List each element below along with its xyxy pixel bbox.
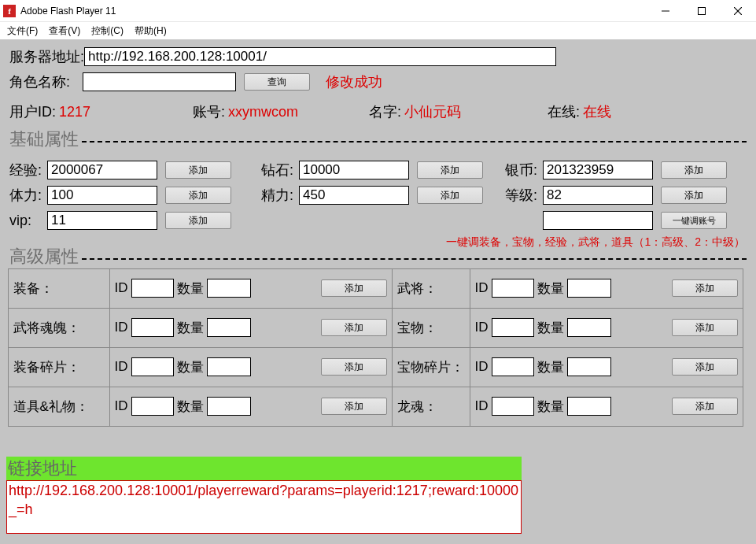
exp-input[interactable] [47, 161, 157, 179]
adv-qty-label: 数量 [177, 398, 204, 416]
adv-item-gift-qty-input[interactable] [207, 397, 251, 416]
adv-qty-label: 数量 [177, 319, 204, 337]
window-title: Adobe Flash Player 11 [20, 6, 116, 17]
exp-add-button[interactable]: 添加 [165, 161, 231, 179]
energy-add-button[interactable]: 添加 [417, 187, 483, 204]
exp-label: 经验: [9, 161, 47, 179]
oneclick-note: 一键调装备，宝物，经验，武将，道具（1：高级、2：中级） [446, 235, 745, 248]
silver-input[interactable] [543, 161, 653, 179]
menu-view[interactable]: 查看(V) [43, 23, 86, 39]
adv-soul-label: 武将魂魄： [8, 308, 110, 348]
query-button[interactable]: 查询 [244, 73, 310, 91]
svg-rect-1 [699, 7, 706, 14]
status-message: 修改成功 [326, 72, 382, 91]
dash-line [82, 141, 747, 142]
adv-id-label: ID [115, 280, 128, 296]
adv-soul-id-input[interactable] [131, 318, 174, 337]
account-value: xxymwcom [228, 104, 298, 120]
adv-general-qty-input[interactable] [567, 279, 611, 298]
adv-item-gift-label: 道具&礼物： [8, 387, 110, 427]
role-name-input[interactable] [83, 72, 236, 91]
diamond-input[interactable] [299, 161, 409, 179]
menu-file[interactable]: 文件(F) [2, 23, 43, 39]
maximize-button[interactable] [684, 0, 720, 22]
oneclick-button[interactable]: 一键调账号 [661, 212, 727, 229]
app-area: 服务器地址: 角色名称: 查询 修改成功 用户ID: 1217 账号: xxym… [0, 39, 756, 544]
adv-id-label: ID [115, 398, 128, 414]
stamina-input[interactable] [47, 186, 157, 205]
adv-treasure-frag-label: 宝物碎片： [392, 347, 470, 387]
silver-label: 银币: [505, 161, 543, 179]
adv-id-label: ID [475, 398, 489, 414]
level-add-button[interactable]: 添加 [661, 187, 727, 204]
adv-soul-qty-input[interactable] [207, 318, 251, 337]
adv-qty-label: 数量 [537, 398, 564, 416]
adv-general-add-button[interactable]: 添加 [672, 279, 738, 297]
adv-general-id-input[interactable] [492, 279, 534, 298]
flash-icon: f [3, 5, 16, 17]
adv-treasure-label: 宝物： [392, 308, 470, 348]
minimize-button[interactable] [647, 0, 684, 22]
adv-treasure-id-input[interactable] [492, 318, 534, 337]
adv-equip-frag-label: 装备碎片： [8, 347, 110, 387]
name-label: 名字: [369, 102, 401, 121]
adv-equip-label: 装备： [8, 268, 110, 309]
vip-label: vip: [9, 213, 47, 229]
oneclick-input[interactable] [543, 211, 653, 230]
stamina-label: 体力: [9, 186, 47, 205]
user-id-label: 用户ID: [9, 102, 56, 121]
adv-qty-label: 数量 [537, 279, 564, 298]
link-url-text: http://192.168.200.128:10001/playerrewar… [6, 480, 522, 534]
energy-label: 精力: [261, 186, 299, 205]
adv-item-gift-add-button[interactable]: 添加 [321, 398, 387, 415]
adv-equip-qty-input[interactable] [207, 279, 251, 298]
level-input[interactable] [543, 186, 653, 205]
close-button[interactable] [720, 0, 756, 22]
adv-equip-frag-add-button[interactable]: 添加 [321, 358, 387, 376]
adv-equip-id-input[interactable] [131, 279, 174, 298]
adv-dragon-soul-qty-input[interactable] [567, 397, 611, 416]
energy-input[interactable] [299, 186, 409, 205]
adv-dragon-soul-id-input[interactable] [492, 397, 534, 416]
role-label: 角色名称: [9, 72, 70, 91]
vip-add-button[interactable]: 添加 [165, 212, 231, 229]
adv-qty-label: 数量 [537, 319, 564, 337]
adv-equip-add-button[interactable]: 添加 [321, 279, 387, 297]
online-label: 在线: [548, 102, 580, 121]
diamond-label: 钻石: [261, 161, 299, 179]
adv-treasure-frag-qty-input[interactable] [567, 357, 611, 376]
server-label: 服务器地址: [9, 47, 84, 66]
adv-qty-label: 数量 [177, 358, 204, 376]
titlebar: f Adobe Flash Player 11 [0, 0, 756, 22]
dash-line [82, 258, 747, 260]
adv-id-label: ID [475, 359, 489, 375]
adv-id-label: ID [475, 280, 489, 296]
section-basic-header: 基础属性 [0, 128, 756, 151]
menu-help[interactable]: 帮助(H) [129, 23, 172, 39]
adv-treasure-frag-id-input[interactable] [492, 357, 534, 376]
vip-input[interactable] [47, 211, 157, 230]
adv-general-label: 武将： [392, 268, 470, 309]
adv-equip-frag-qty-input[interactable] [207, 357, 251, 376]
adv-treasure-frag-add-button[interactable]: 添加 [672, 358, 738, 376]
adv-qty-label: 数量 [177, 279, 204, 298]
adv-treasure-add-button[interactable]: 添加 [672, 319, 738, 336]
adv-soul-add-button[interactable]: 添加 [321, 319, 387, 336]
online-value: 在线 [583, 102, 611, 121]
adv-dragon-soul-add-button[interactable]: 添加 [672, 398, 738, 415]
server-url-input[interactable] [84, 47, 556, 66]
silver-add-button[interactable]: 添加 [661, 161, 727, 179]
menu-control[interactable]: 控制(C) [86, 23, 129, 39]
adv-item-gift-id-input[interactable] [131, 397, 174, 416]
adv-treasure-qty-input[interactable] [567, 318, 611, 337]
section-basic-title: 基础属性 [9, 128, 79, 151]
user-id-value: 1217 [59, 104, 90, 120]
adv-qty-label: 数量 [537, 358, 564, 376]
menubar: 文件(F) 查看(V) 控制(C) 帮助(H) [0, 22, 756, 39]
account-label: 账号: [193, 102, 225, 121]
diamond-add-button[interactable]: 添加 [417, 161, 483, 179]
adv-equip-frag-id-input[interactable] [131, 357, 174, 376]
link-section: 链接地址 http://192.168.200.128:10001/player… [6, 457, 750, 534]
stamina-add-button[interactable]: 添加 [165, 187, 231, 204]
link-section-title: 链接地址 [6, 457, 522, 480]
